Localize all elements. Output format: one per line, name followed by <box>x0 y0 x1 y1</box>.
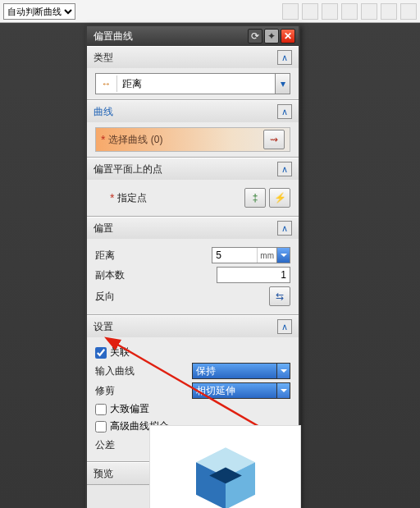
trim-row: 修剪 相切延伸 <box>95 382 290 399</box>
trim-combo[interactable]: 相切延伸 <box>192 382 290 399</box>
point-dialog-icon[interactable]: ⚡ <box>269 188 290 208</box>
required-star-icon: * <box>101 133 105 146</box>
close-icon[interactable]: ✕ <box>281 29 295 43</box>
tool-icon[interactable] <box>361 3 377 20</box>
tool-icon[interactable] <box>400 3 417 20</box>
reverse-direction-icon[interactable]: ⇆ <box>269 286 290 306</box>
chevron-up-icon[interactable]: ∧ <box>277 162 292 176</box>
toolbar-icon-group <box>282 3 417 20</box>
section-offset: 偏置 ∧ 距离 mm 副本数 反向 ⇆ <box>87 217 299 315</box>
specify-point-row: * 指定点 ‡ ⚡ <box>95 188 290 208</box>
top-toolbar: 自动判断曲线 <box>0 0 420 23</box>
select-curve-label: 选择曲线 (0) <box>108 133 260 147</box>
required-star-icon: * <box>110 191 114 204</box>
type-value: 距离 <box>117 77 275 91</box>
section-type: 类型 ∧ ↔ 距离 ▾ <box>87 46 299 100</box>
reverse-row: 反向 ⇆ <box>95 286 290 306</box>
select-curve-row[interactable]: * 选择曲线 (0) ⇝ <box>95 127 290 152</box>
adv-fit-checkbox[interactable] <box>95 421 107 432</box>
section-header-settings[interactable]: 设置 ∧ <box>87 316 299 337</box>
reverse-label: 反向 <box>95 290 266 304</box>
chevron-up-icon[interactable]: ∧ <box>277 221 292 236</box>
input-curve-combo[interactable]: 保持 <box>192 363 290 379</box>
distance-row: 距离 mm <box>95 247 290 263</box>
tool-icon[interactable] <box>322 3 338 20</box>
chevron-down-icon[interactable] <box>276 383 290 398</box>
watermark-logo <box>149 425 301 508</box>
section-plane-point: 偏置平面上的点 ∧ * 指定点 ‡ ⚡ <box>87 158 299 217</box>
tool-icon[interactable] <box>282 3 299 20</box>
section-label: 偏置平面上的点 <box>94 162 277 176</box>
dialog-title: 偏置曲线 <box>90 30 246 43</box>
chevron-down-icon[interactable] <box>276 248 290 263</box>
point-constructor-icon[interactable]: ‡ <box>244 188 266 208</box>
rough-offset-row: 大致偏置 <box>95 402 290 416</box>
section-header-curve[interactable]: 曲线 ∧ <box>87 101 299 122</box>
distance-label: 距离 <box>95 249 212 263</box>
copies-row: 副本数 <box>95 267 290 283</box>
section-curve: 曲线 ∧ * 选择曲线 (0) ⇝ <box>87 100 299 158</box>
assoc-label: 关联 <box>110 346 130 359</box>
section-label: 类型 <box>94 51 277 65</box>
chevron-up-icon[interactable]: ∧ <box>277 104 292 119</box>
gear-icon[interactable]: ✦ <box>264 29 279 43</box>
input-curve-label: 输入曲线 <box>95 364 192 378</box>
cube-logo-icon <box>189 442 262 508</box>
dialog-titlebar[interactable]: 偏置曲线 ⟳ ✦ ✕ <box>87 26 299 46</box>
tool-icon[interactable] <box>302 3 318 20</box>
section-header-plane-point[interactable]: 偏置平面上的点 ∧ <box>87 158 299 180</box>
section-label: 偏置 <box>94 222 277 236</box>
curve-picker-icon[interactable]: ⇝ <box>263 130 285 149</box>
copies-label: 副本数 <box>95 268 217 282</box>
trim-value: 相切延伸 <box>193 383 276 398</box>
trim-label: 修剪 <box>95 384 192 398</box>
section-header-type[interactable]: 类型 ∧ <box>87 47 299 68</box>
chevron-up-icon[interactable]: ∧ <box>277 50 292 65</box>
tool-icon[interactable] <box>381 3 397 20</box>
distance-icon: ↔ <box>96 76 117 92</box>
curve-mode-select[interactable]: 自动判断曲线 <box>3 3 75 20</box>
input-curve-row: 输入曲线 保持 <box>95 363 290 379</box>
rough-offset-label: 大致偏置 <box>110 402 149 416</box>
distance-unit: mm <box>257 248 276 263</box>
rough-offset-checkbox[interactable] <box>95 404 107 415</box>
distance-field[interactable]: mm <box>212 247 290 263</box>
chevron-up-icon[interactable]: ∧ <box>277 319 292 334</box>
assoc-row: 关联 <box>95 346 290 359</box>
type-dropdown[interactable]: ↔ 距离 ▾ <box>95 73 290 94</box>
input-curve-value: 保持 <box>193 364 276 378</box>
graphics-viewport[interactable]: 偏置曲线 ⟳ ✦ ✕ 类型 ∧ ↔ 距离 ▾ 曲线 ∧ <box>0 23 420 508</box>
section-header-offset[interactable]: 偏置 ∧ <box>87 217 299 239</box>
section-label: 曲线 <box>94 105 277 119</box>
specify-point-label: 指定点 <box>117 191 241 205</box>
tool-icon[interactable] <box>341 3 358 20</box>
copies-input[interactable] <box>217 267 290 283</box>
chevron-down-icon[interactable]: ▾ <box>275 74 290 94</box>
distance-input[interactable] <box>212 248 257 263</box>
section-label: 设置 <box>94 320 277 334</box>
assoc-checkbox[interactable] <box>95 347 107 359</box>
pin-icon[interactable]: ⟳ <box>248 29 262 43</box>
chevron-down-icon[interactable] <box>276 364 290 378</box>
